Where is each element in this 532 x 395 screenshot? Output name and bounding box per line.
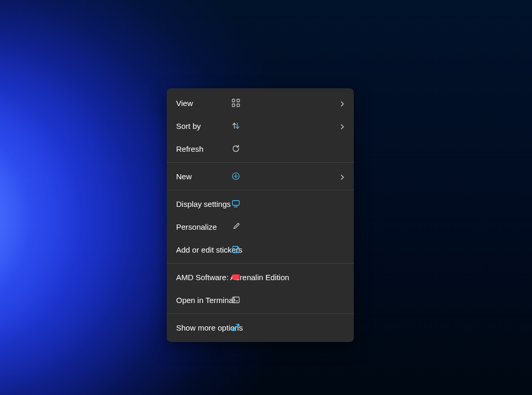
brush-icon (231, 222, 241, 231)
chevron-right-icon (339, 173, 345, 179)
menu-item-open-terminal[interactable]: Open in Terminal (167, 288, 354, 311)
menu-item-personalize[interactable]: Personalize (167, 215, 354, 238)
svg-line-14 (233, 328, 235, 331)
menu-separator (167, 313, 354, 314)
svg-rect-2 (232, 104, 235, 107)
terminal-icon (231, 295, 241, 305)
menu-item-label: Personalize (176, 222, 217, 231)
menu-separator (167, 190, 354, 190)
menu-item-refresh[interactable]: Refresh (167, 137, 354, 160)
chevron-right-icon (339, 123, 345, 129)
svg-rect-9 (233, 201, 240, 205)
menu-item-label: Display settings (176, 200, 231, 208)
menu-item-display-settings[interactable]: Display settings (167, 192, 354, 215)
menu-separator (167, 263, 354, 264)
menu-item-show-more-options[interactable]: Show more options (167, 316, 354, 339)
menu-item-label: Open in Terminal (176, 296, 235, 305)
grid-icon (231, 98, 241, 108)
plus-icon (231, 172, 241, 181)
sticker-icon (231, 245, 241, 254)
menu-item-view[interactable]: View (167, 91, 354, 114)
svg-rect-3 (237, 104, 240, 107)
menu-item-label: New (176, 172, 192, 181)
amd-icon (231, 272, 241, 282)
menu-item-new[interactable]: New (167, 165, 354, 188)
monitor-icon (231, 199, 241, 208)
expand-icon (231, 323, 241, 332)
menu-item-label: Sort by (176, 122, 201, 130)
refresh-icon (231, 144, 241, 153)
sort-icon (231, 121, 241, 130)
menu-item-label: Refresh (176, 144, 204, 153)
svg-rect-1 (237, 99, 240, 102)
svg-rect-11 (233, 297, 240, 303)
menu-item-amd-software[interactable]: AMD Software: Adrenalin Edition (167, 266, 354, 288)
menu-separator (167, 162, 354, 163)
desktop-context-menu: View Sort by (167, 88, 354, 342)
svg-rect-0 (232, 99, 235, 102)
menu-item-label: View (176, 99, 193, 108)
chevron-right-icon (339, 100, 345, 106)
menu-item-stickers[interactable]: Add or edit stickers (167, 238, 354, 261)
menu-item-sort-by[interactable]: Sort by (167, 114, 354, 137)
svg-line-13 (236, 324, 239, 327)
